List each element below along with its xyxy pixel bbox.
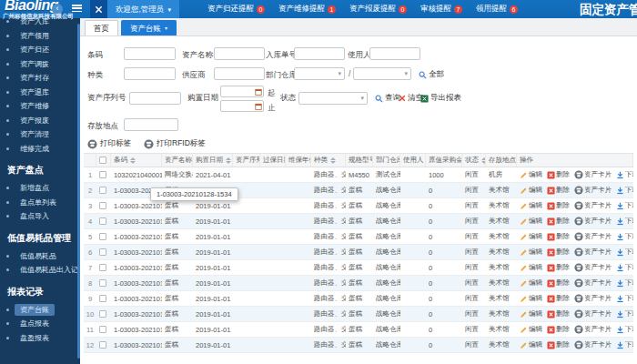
edit-action[interactable]: 编辑 bbox=[520, 217, 542, 226]
delete-action[interactable]: 删除 bbox=[547, 232, 570, 241]
delete-action[interactable]: 删除 bbox=[547, 278, 570, 288]
card-action[interactable]: 资产卡片 bbox=[574, 278, 612, 288]
print-rfid-button[interactable]: 打印RFID标签 bbox=[144, 138, 206, 149]
tab-menu-icon[interactable]: ▾ bbox=[165, 22, 167, 35]
sidebar-item[interactable]: 资产清理 bbox=[0, 127, 80, 142]
edit-action[interactable]: 编辑 bbox=[520, 294, 542, 303]
column-header[interactable]: 资产名称 bbox=[162, 154, 193, 167]
edit-action[interactable]: 编辑 bbox=[520, 278, 542, 288]
inbound-no-input[interactable] bbox=[294, 47, 345, 60]
row-checkbox[interactable] bbox=[99, 264, 106, 271]
sidebar-item[interactable]: 维修完成 bbox=[0, 142, 80, 157]
column-header[interactable]: 存放地点 bbox=[486, 154, 517, 167]
edit-action[interactable]: 编辑 bbox=[520, 309, 542, 318]
sidebar-item[interactable]: 资产维修 bbox=[0, 99, 80, 114]
table-row[interactable]: 61-03003-20210128-15蛋糕2019-01-01路由器、交换机蛋… bbox=[84, 245, 633, 260]
download-action[interactable]: 下载 bbox=[616, 186, 633, 195]
status-select[interactable]: ▾ bbox=[298, 92, 368, 105]
category-input[interactable] bbox=[124, 67, 176, 80]
supplier-input[interactable] bbox=[214, 67, 265, 80]
edit-action[interactable]: 编辑 bbox=[520, 170, 542, 179]
all-link[interactable]: 全部 bbox=[419, 69, 444, 80]
select-all-checkbox[interactable] bbox=[99, 157, 106, 164]
sidebar-item[interactable]: 资产领用 bbox=[0, 29, 80, 44]
download-action[interactable]: 下载 bbox=[616, 294, 633, 303]
column-header[interactable]: 过保日期 bbox=[260, 154, 286, 167]
table-row[interactable]: 111-03003-20210128-15蛋糕2019-01-01路由器、交换机… bbox=[84, 322, 633, 338]
download-action[interactable]: 下载 bbox=[616, 201, 633, 210]
card-action[interactable]: 资产卡片 bbox=[574, 309, 612, 318]
edit-action[interactable]: 编辑 bbox=[520, 201, 542, 210]
table-row[interactable]: 81-03003-20210128-15蛋糕2019-01-01路由器、交换机蛋… bbox=[84, 276, 633, 291]
edit-action[interactable]: 编辑 bbox=[520, 248, 542, 257]
reminder-tab[interactable]: 审核提醒7 bbox=[420, 4, 462, 15]
row-checkbox[interactable] bbox=[99, 217, 106, 225]
column-header[interactable]: 维保年份 bbox=[286, 154, 311, 167]
download-action[interactable]: 下载 bbox=[616, 248, 633, 257]
edit-action[interactable]: 编辑 bbox=[520, 325, 542, 334]
reminder-tab[interactable]: 领用提醒6 bbox=[476, 4, 518, 15]
sidebar-item[interactable]: 资产归还 bbox=[0, 43, 80, 57]
row-checkbox[interactable] bbox=[99, 171, 106, 178]
search-button[interactable]: 查询 bbox=[375, 93, 400, 104]
sidebar-item[interactable]: 资产报废 bbox=[0, 114, 80, 128]
delete-action[interactable]: 删除 bbox=[547, 263, 570, 272]
serial-input[interactable] bbox=[129, 92, 181, 105]
edit-action[interactable]: 编辑 bbox=[520, 263, 542, 272]
row-checkbox[interactable] bbox=[99, 279, 106, 287]
download-action[interactable]: 下载 bbox=[616, 278, 633, 288]
location-input[interactable] bbox=[124, 118, 178, 131]
card-action[interactable]: 资产卡片 bbox=[574, 217, 612, 226]
edit-action[interactable]: 编辑 bbox=[520, 340, 542, 349]
delete-action[interactable]: 删除 bbox=[547, 201, 570, 210]
print-label-button[interactable]: 打印标签 bbox=[87, 138, 131, 149]
dept-select[interactable]: ▾ bbox=[294, 67, 345, 80]
close-icon[interactable] bbox=[90, 0, 107, 18]
sidebar-item[interactable]: 盘点单列表 bbox=[0, 196, 80, 210]
delete-action[interactable]: 删除 bbox=[547, 170, 570, 179]
download-action[interactable]: 下载 bbox=[616, 309, 633, 318]
column-header[interactable]: 状态 bbox=[462, 154, 486, 167]
reminder-tab[interactable]: 资产报废提醒0 bbox=[349, 4, 407, 15]
download-action[interactable]: 下载 bbox=[616, 325, 633, 334]
table-row[interactable]: 51-03003-20210128-15蛋糕2019-01-01路由器、交换机蛋… bbox=[84, 229, 633, 245]
sidebar-item[interactable]: 低值易耗品出入记录 bbox=[0, 263, 80, 278]
row-checkbox[interactable] bbox=[99, 341, 106, 349]
reminder-tab[interactable]: 资产归还提醒0 bbox=[207, 4, 265, 15]
clear-button[interactable]: 清空 bbox=[399, 93, 423, 104]
table-row[interactable]: 71-03003-20210128-15蛋糕2019-01-01路由器、交换机蛋… bbox=[84, 260, 633, 276]
column-header[interactable]: 种类 bbox=[311, 154, 346, 167]
row-checkbox[interactable] bbox=[99, 233, 106, 240]
column-header[interactable]: 购置日期 bbox=[193, 154, 233, 167]
delete-action[interactable]: 删除 bbox=[547, 217, 570, 226]
card-action[interactable]: 资产卡片 bbox=[574, 294, 612, 303]
sidebar-item[interactable]: 盘点导入 bbox=[0, 209, 80, 224]
user-input[interactable] bbox=[369, 47, 420, 60]
user-menu[interactable]: 欢迎您,管理员▾ bbox=[107, 0, 179, 18]
edit-action[interactable]: 编辑 bbox=[520, 232, 542, 241]
column-header[interactable]: 使用人 bbox=[400, 154, 426, 167]
row-checkbox[interactable] bbox=[99, 310, 106, 318]
download-action[interactable]: 下载 bbox=[616, 217, 633, 226]
sidebar-item[interactable]: 新增盘点 bbox=[0, 181, 80, 196]
card-action[interactable]: 资产卡片 bbox=[574, 186, 612, 195]
row-checkbox[interactable] bbox=[99, 202, 106, 209]
tab[interactable]: 首页 bbox=[85, 20, 118, 35]
delete-action[interactable]: 删除 bbox=[547, 294, 570, 303]
download-action[interactable]: 下载 bbox=[616, 170, 633, 179]
card-action[interactable]: 资产卡片 bbox=[574, 248, 612, 257]
card-action[interactable]: 资产卡片 bbox=[574, 170, 612, 179]
asset-name-input[interactable] bbox=[214, 47, 265, 60]
table-row[interactable]: 101-03003-20210128-15蛋糕2019-01-01路由器、交换机… bbox=[84, 307, 633, 322]
sidebar-item[interactable]: 资产封存 bbox=[0, 71, 80, 86]
sidebar-item[interactable]: 盘盈报表 bbox=[0, 331, 80, 346]
download-action[interactable]: 下载 bbox=[616, 340, 633, 349]
download-action[interactable]: 下载 bbox=[616, 232, 633, 241]
date-from-input[interactable] bbox=[220, 86, 264, 97]
delete-action[interactable]: 删除 bbox=[547, 340, 570, 349]
delete-action[interactable]: 删除 bbox=[547, 248, 570, 257]
column-header[interactable]: 原值采购金额 bbox=[426, 154, 462, 167]
download-action[interactable]: 下载 bbox=[616, 263, 633, 272]
column-header[interactable]: 条码 bbox=[111, 154, 162, 167]
sidebar-item[interactable]: 低值易耗品 bbox=[0, 249, 80, 264]
